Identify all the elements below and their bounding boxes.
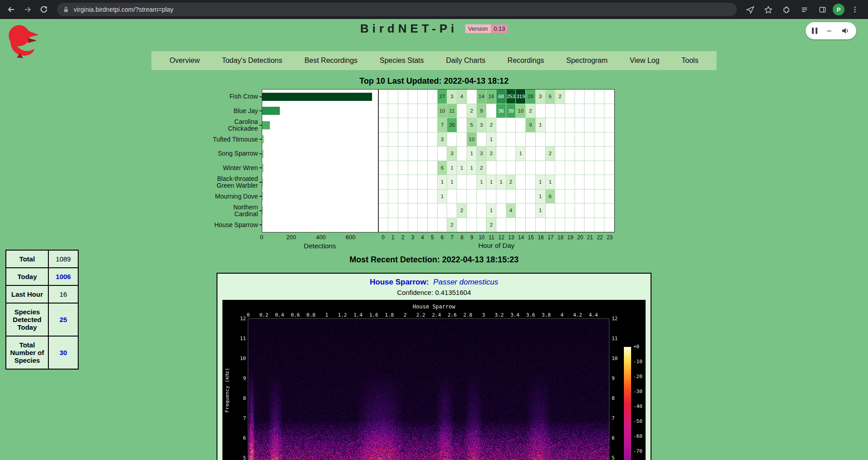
heatmap-cell (594, 104, 604, 119)
sonogram-y-tick-right: 5 (612, 455, 615, 460)
heatmap-cell (506, 190, 516, 204)
heatmap-cell: 1 (447, 175, 457, 190)
species-label: Carolina Chickadee (203, 118, 262, 133)
extensions-button[interactable] (778, 2, 794, 17)
heatmap-cell: 1 (496, 175, 506, 190)
heatmap-cell (486, 104, 496, 119)
detections-bar (262, 135, 264, 143)
heatmap-cell: 27 (438, 90, 448, 104)
heatmap-cell (398, 161, 408, 175)
heatmap-cell (438, 218, 448, 232)
heatmap-cell (546, 218, 556, 232)
heatmap-cell: 14 (477, 90, 487, 104)
sonogram-x-tick: 4 (561, 312, 564, 318)
sonogram-x-tick: 1.8 (385, 312, 394, 318)
colorbar-tick: -20 (633, 374, 642, 379)
detection-common-name[interactable]: House Sparrow: (370, 278, 429, 286)
heatmap-cell (457, 147, 467, 161)
species-label-text: House Sparrow (214, 222, 258, 228)
stats-value[interactable]: 25 (48, 303, 78, 336)
species-label-text: Blue Jay (234, 108, 258, 114)
heatmap-cell (447, 133, 457, 147)
species-labels: Fish CrowBlue JayCarolina ChickadeeTufte… (203, 89, 262, 232)
heatmap-cell (496, 133, 506, 147)
nav-item-spectrogram[interactable]: Spectrogram (566, 57, 608, 65)
heatmap-cell (398, 175, 408, 190)
heatmap-cell: 3 (477, 147, 487, 161)
reload-button[interactable] (36, 2, 52, 17)
heatmap-cell (526, 133, 536, 147)
stats-label: Last Hour (6, 285, 48, 303)
hour-axis-tick: 0 (378, 234, 388, 241)
hour-axis-tick: 16 (536, 234, 546, 241)
nav-item-daily-charts[interactable]: Daily Charts (446, 57, 486, 65)
reading-list-button[interactable] (797, 2, 812, 17)
heatmap-cell: 10 (438, 104, 448, 119)
nav-item-today-s-detections[interactable]: Today's Detections (222, 57, 283, 65)
heatmap-cell (418, 90, 428, 104)
heatmap-cell (428, 104, 438, 119)
colorbar-canvas (624, 347, 631, 460)
bar-axis-tick: 200 (286, 234, 296, 241)
heatmap-cell: 10 (467, 133, 477, 147)
detection-scientific-name[interactable]: Passer domesticus (433, 278, 498, 286)
profile-avatar[interactable]: P (833, 4, 844, 15)
send-button[interactable] (742, 2, 758, 17)
bar-axis: 0200400600 (262, 234, 378, 242)
nav-item-best-recordings[interactable]: Best Recordings (304, 57, 357, 65)
nav-item-recordings[interactable]: Recordings (508, 57, 544, 65)
speaker-icon[interactable] (841, 26, 850, 35)
nav-item-species-stats[interactable]: Species Stats (380, 57, 424, 65)
species-label: Blue Jay (203, 104, 262, 119)
forward-button[interactable] (20, 2, 35, 17)
heatmap-cell (428, 204, 438, 218)
heatmap-cell (565, 161, 575, 175)
heatmap-cell: 1 (486, 204, 496, 218)
sonogram-y-tick-right: 6 (612, 435, 615, 441)
sonogram-x-tick: 1.6 (369, 312, 378, 318)
heatmap-cell (516, 175, 526, 190)
heatmap-cell: 3 (536, 90, 546, 104)
heatmap-cell: 2 (555, 90, 565, 104)
sonogram-y-tick-left: 12 (233, 316, 246, 322)
side-panel-button[interactable] (815, 2, 830, 17)
address-bar[interactable]: virginia.birdnetpi.com/?stream=play (57, 3, 737, 16)
back-button[interactable] (4, 2, 19, 17)
nav-item-tools[interactable]: Tools (682, 57, 698, 65)
stats-value[interactable]: 30 (48, 336, 78, 369)
heatmap-cell (467, 175, 477, 190)
heatmap-cell (379, 118, 389, 133)
app-title: BirdNET-Pi (360, 22, 458, 35)
sonogram-y-axis-label: Frequency (kHz) (224, 368, 230, 413)
species-label: Tufted Titmouse (203, 133, 262, 147)
heatmap-cell (418, 118, 428, 133)
hour-axis-tick: 11 (486, 234, 496, 241)
heatmap-cell: 2 (486, 218, 496, 232)
heatmap-cell (575, 204, 585, 218)
stats-value[interactable]: 1006 (48, 268, 78, 285)
sonogram-y-tick-left: 5 (233, 455, 246, 460)
heatmap-cell (526, 147, 536, 161)
detections-bar (262, 192, 264, 200)
heatmap-cell (575, 90, 585, 104)
species-label-text: Song Sparrow (218, 150, 258, 157)
nav-item-view-log[interactable]: View Log (630, 57, 660, 65)
menu-button[interactable] (847, 2, 863, 17)
heatmap-cell (555, 161, 565, 175)
toolbar-right-cluster: P (742, 2, 864, 17)
heatmap-cell (438, 204, 448, 218)
url-text: virginia.birdnetpi.com/?stream=play (74, 6, 174, 13)
heatmap-cell (467, 204, 477, 218)
sonogram-x-tick: 0.2 (259, 312, 269, 318)
heatmap-cell (388, 204, 398, 218)
pause-button[interactable] (812, 28, 817, 34)
bookmark-button[interactable] (760, 2, 776, 17)
heatmap-cell (428, 175, 438, 190)
heatmap-cell: 4 (506, 204, 516, 218)
heatmap-cell: 2 (486, 118, 496, 133)
player-timeline[interactable] (827, 30, 831, 32)
heatmap-cell (388, 147, 398, 161)
heatmap-cell: 1 (477, 175, 487, 190)
colorbar-tick: -70 (633, 448, 642, 454)
nav-item-overview[interactable]: Overview (170, 57, 200, 65)
